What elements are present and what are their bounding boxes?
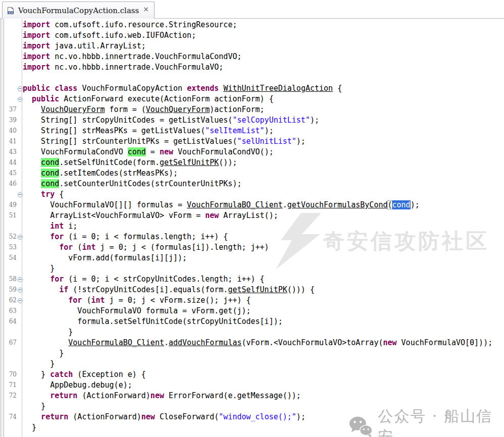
code-line[interactable] [0,73,504,83]
code-line[interactable]: import java.util.ArrayList; [0,41,504,51]
line-number: 74 [0,412,17,422]
code-line[interactable]: 52for (i = 0; i < formulas.length; i++) … [0,232,504,242]
code-line[interactable]: 67VouchFormulaBO_Client.addVouchFormulas… [0,338,504,348]
line-number: 49 [0,200,17,210]
code-token: for [50,232,64,241]
code-line[interactable]: } [0,401,504,412]
code-link[interactable]: getSelfUnitPK [160,158,219,167]
code-link[interactable]: VouchFormulaBO_Client [187,200,283,209]
code-token: nc.vo.hbbb.innertrade.VouchFormulaVO; [50,63,223,72]
code-token: . [283,200,287,209]
tab-title: VouchFormulaCopyAction.class [18,6,139,15]
code-token: import [23,63,50,72]
code-line[interactable]: } [0,263,504,274]
code-line[interactable]: 45cond.setItemCodes(strMeasPKs); [0,168,504,179]
code-link[interactable]: addVouchFormulas [169,338,242,347]
code-line[interactable]: } [0,327,504,338]
code-line[interactable]: 40String[] strMeasPKs = getListValues("s… [0,126,504,136]
code-line[interactable]: 51ArrayList<VouchFormulaVO> vForm = new … [0,210,504,221]
code-line[interactable]: 39String[] strCopyUnitCodes = getListVal… [0,115,504,126]
code-token: .setSelfUnitCode(form. [59,158,160,167]
code-token: import [23,41,50,50]
line-number: 41 [0,136,17,147]
code-link[interactable]: VouchFormulaBO_Client [68,338,164,347]
line-number: 51 [0,210,17,221]
code-link[interactable]: WithUnitTreeDialogAction [223,84,333,93]
tab-vouchformulacopyaction[interactable]: 010 VouchFormulaCopyAction.class × [2,2,155,19]
code-token: ); [310,116,319,125]
code-line[interactable]: 71AppDebug.debug(e); [0,380,504,391]
code-link[interactable]: VouchQueryForm [41,105,105,114]
code-token: (!strCopyUnitCodes[i].equals(form. [68,285,228,294]
code-line[interactable]: import com.ufsoft.iufo.web.IUFOAction; [0,30,504,41]
code-line[interactable]: } [0,348,504,359]
code-token: } [41,402,45,411]
code-token: return [50,391,77,400]
code-line[interactable]: 37VouchQueryForm form = (VouchQueryForm)… [0,104,504,115]
code-line[interactable]: 58for (i = 0; i < strCopyUnitCodes.lengt… [0,274,504,285]
code-token: (vForm.<VouchFormulaVO>toArray( [241,338,383,347]
code-token: for [59,243,73,252]
code-token: ); [265,126,274,135]
code-line[interactable]: 62for (int j = 0; j < vForm.size(); j++)… [0,295,504,306]
code-line[interactable]: 46cond.setCounterUnitCodes(strCounterUni… [0,179,504,189]
fold-collapse-icon[interactable] [18,97,23,102]
code-line[interactable]: public ActionForward execute(ActionForm … [0,94,504,104]
code-line[interactable]: 70} catch (Exception e) { [0,369,504,380]
code-token: } [68,327,73,337]
fold-collapse-icon[interactable] [18,288,23,293]
code-token: (i = 0; i < formulas.length; i++) { [64,232,228,241]
code-line[interactable]: 44cond.setSelfUnitCode(form.getSelfUnitP… [0,157,504,168]
code-token: new [150,391,164,400]
code-line[interactable]: 53for (int j = 0; j < (formulas[i]).leng… [0,242,504,253]
fold-collapse-icon[interactable] [18,192,23,197]
tab-close-icon[interactable]: × [143,6,149,13]
line-number: 72 [0,391,17,401]
code-token: = [146,147,160,156]
code-line[interactable]: import nc.vo.hbbb.innertrade.VouchFormul… [0,51,504,62]
code-token: "window_close();" [219,412,296,421]
code-line[interactable]: public class VouchFormulaCopyAction exte… [0,83,504,94]
code-token [50,84,55,93]
fold-collapse-icon[interactable] [18,235,23,240]
code-line[interactable]: 72return (ActionForward)new ErrorForward… [0,391,504,401]
code-line[interactable]: try { [0,189,504,200]
code-token: } [50,264,55,273]
fold-collapse-icon[interactable] [18,277,23,282]
code-line[interactable]: 59if (!strCopyUnitCodes[i].equals(form.g… [0,285,504,295]
code-token: } [41,370,50,379]
code-link[interactable]: getVouchFormulasByCond [287,200,388,209]
code-token: VouchFormulaVO formula = vForm.get(j); [77,306,250,315]
code-token: cond [41,179,59,188]
code-token: cond [392,200,411,209]
code-token: com.ufsoft.iufo.resource.StringResource; [50,20,237,29]
code-token: public [23,84,50,93]
code-token: VouchFormulaVO[0])); [397,338,493,347]
code-token: int [91,296,105,305]
code-line[interactable]: 54vForm.add(formulas[i][j]); [0,253,504,263]
code-token: . [164,338,169,347]
code-line[interactable]: import nc.vo.hbbb.innertrade.VouchFormul… [0,62,504,73]
code-line[interactable]: } [0,359,504,369]
code-token: import [23,20,50,29]
code-link[interactable]: getSelfUnitPK [228,285,287,294]
code-link[interactable]: VouchQueryForm [146,105,210,114]
code-line[interactable]: 43VouchFormulaCondVO cond = new VouchFor… [0,147,504,157]
code-token: ( [73,243,82,252]
code-line[interactable]: 74return (ActionForward)new CloseForward… [0,412,504,422]
fold-collapse-icon[interactable] [18,86,23,91]
code-line[interactable]: 41String[] strCounterUnitPKs = getListVa… [0,136,504,147]
code-line[interactable]: import com.ufsoft.iufo.resource.StringRe… [0,20,504,30]
code-token: java.util.ArrayList; [50,41,146,50]
code-line[interactable]: 63VouchFormulaVO formula = vForm.get(j); [0,306,504,316]
code-line[interactable]: int i; [0,221,504,232]
fold-collapse-icon[interactable] [18,298,23,303]
code-token: new [383,338,396,347]
code-line[interactable]: 64formula.setSelfUnitCode(strCopyUnitCod… [0,316,504,327]
code-line[interactable]: 49VouchFormulaVO[][] formulas = VouchFor… [0,200,504,210]
code-token: com.ufsoft.iufo.web.IUFOAction; [50,31,196,40]
code-token: ErrorForward(e.getMessage()); [164,391,301,400]
code-line[interactable]: } [0,422,504,433]
code-editor[interactable]: 奇安信攻防社区 公众号 · 船山信安 import com.ufsoft.iuf… [0,19,504,437]
code-token: } [59,349,64,358]
